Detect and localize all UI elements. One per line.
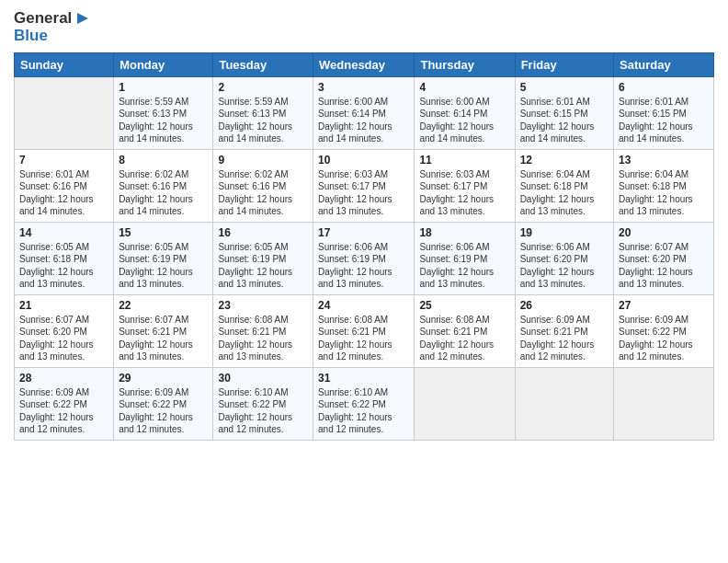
calendar-cell: 11Sunrise: 6:03 AMSunset: 6:17 PMDayligh… <box>415 149 515 222</box>
day-info: Sunrise: 6:01 AMSunset: 6:16 PMDaylight:… <box>19 168 108 218</box>
day-number: 14 <box>19 226 108 239</box>
day-number: 16 <box>218 226 308 239</box>
weekday-header-wednesday: Wednesday <box>313 52 415 76</box>
day-number: 6 <box>619 81 709 94</box>
day-info: Sunrise: 5:59 AMSunset: 6:13 PMDaylight:… <box>119 96 208 145</box>
day-number: 22 <box>119 299 208 312</box>
calendar-cell: 9Sunrise: 6:02 AMSunset: 6:16 PMDaylight… <box>213 149 313 222</box>
day-number: 21 <box>19 299 108 312</box>
day-number: 29 <box>119 372 208 385</box>
calendar-cell: 2Sunrise: 5:59 AMSunset: 6:13 PMDaylight… <box>213 76 313 149</box>
page: General Blue SundayMondayTuesdayWednesda… <box>0 0 728 563</box>
calendar-cell: 23Sunrise: 6:08 AMSunset: 6:21 PMDayligh… <box>213 294 313 367</box>
weekday-header-saturday: Saturday <box>614 52 714 76</box>
weekday-header-monday: Monday <box>114 52 213 76</box>
day-number: 28 <box>19 372 108 385</box>
calendar-cell: 1Sunrise: 5:59 AMSunset: 6:13 PMDaylight… <box>114 76 213 149</box>
calendar-cell: 25Sunrise: 6:08 AMSunset: 6:21 PMDayligh… <box>415 294 515 367</box>
day-info: Sunrise: 6:02 AMSunset: 6:16 PMDaylight:… <box>119 168 208 218</box>
day-number: 23 <box>218 299 308 312</box>
calendar-cell: 4Sunrise: 6:00 AMSunset: 6:14 PMDaylight… <box>415 76 515 149</box>
calendar-cell: 28Sunrise: 6:09 AMSunset: 6:22 PMDayligh… <box>15 367 114 440</box>
calendar-cell: 29Sunrise: 6:09 AMSunset: 6:22 PMDayligh… <box>114 367 213 440</box>
day-info: Sunrise: 6:06 AMSunset: 6:19 PMDaylight:… <box>419 241 509 291</box>
logo-blue-text: Blue <box>14 28 48 45</box>
day-number: 5 <box>520 81 609 94</box>
day-info: Sunrise: 6:01 AMSunset: 6:15 PMDaylight:… <box>520 96 609 145</box>
logo-arrow-icon <box>74 9 92 28</box>
calendar-cell: 5Sunrise: 6:01 AMSunset: 6:15 PMDaylight… <box>515 76 613 149</box>
day-info: Sunrise: 6:10 AMSunset: 6:22 PMDaylight:… <box>318 386 409 436</box>
day-info: Sunrise: 6:10 AMSunset: 6:22 PMDaylight:… <box>218 386 308 436</box>
day-info: Sunrise: 6:06 AMSunset: 6:20 PMDaylight:… <box>520 241 609 291</box>
day-number: 20 <box>619 226 709 239</box>
calendar-week-row: 14Sunrise: 6:05 AMSunset: 6:18 PMDayligh… <box>15 222 714 294</box>
day-number: 7 <box>19 154 108 167</box>
weekday-header-sunday: Sunday <box>15 52 114 76</box>
day-number: 24 <box>318 299 409 312</box>
weekday-header-row: SundayMondayTuesdayWednesdayThursdayFrid… <box>15 52 714 76</box>
logo: General Blue <box>14 9 92 45</box>
calendar-cell: 13Sunrise: 6:04 AMSunset: 6:18 PMDayligh… <box>614 149 714 222</box>
calendar-cell: 20Sunrise: 6:07 AMSunset: 6:20 PMDayligh… <box>614 222 714 294</box>
day-number: 18 <box>419 226 509 239</box>
day-number: 8 <box>119 154 208 167</box>
day-info: Sunrise: 6:09 AMSunset: 6:22 PMDaylight:… <box>19 386 108 436</box>
day-info: Sunrise: 6:00 AMSunset: 6:14 PMDaylight:… <box>419 96 509 145</box>
day-number: 30 <box>218 372 308 385</box>
calendar-cell: 24Sunrise: 6:08 AMSunset: 6:21 PMDayligh… <box>313 294 415 367</box>
day-number: 2 <box>218 81 308 94</box>
calendar-week-row: 1Sunrise: 5:59 AMSunset: 6:13 PMDaylight… <box>15 76 714 149</box>
calendar-cell: 27Sunrise: 6:09 AMSunset: 6:22 PMDayligh… <box>614 294 714 367</box>
day-number: 9 <box>218 154 308 167</box>
weekday-header-thursday: Thursday <box>415 52 515 76</box>
calendar-cell: 31Sunrise: 6:10 AMSunset: 6:22 PMDayligh… <box>313 367 415 440</box>
calendar-cell: 17Sunrise: 6:06 AMSunset: 6:19 PMDayligh… <box>313 222 415 294</box>
day-info: Sunrise: 6:01 AMSunset: 6:15 PMDaylight:… <box>619 96 709 145</box>
day-number: 15 <box>119 226 208 239</box>
weekday-header-tuesday: Tuesday <box>213 52 313 76</box>
day-info: Sunrise: 6:05 AMSunset: 6:18 PMDaylight:… <box>19 241 108 291</box>
calendar-cell: 19Sunrise: 6:06 AMSunset: 6:20 PMDayligh… <box>515 222 613 294</box>
day-info: Sunrise: 6:06 AMSunset: 6:19 PMDaylight:… <box>318 241 409 291</box>
day-info: Sunrise: 6:04 AMSunset: 6:18 PMDaylight:… <box>619 168 709 218</box>
calendar-cell: 22Sunrise: 6:07 AMSunset: 6:21 PMDayligh… <box>114 294 213 367</box>
day-number: 31 <box>318 372 409 385</box>
calendar-cell: 14Sunrise: 6:05 AMSunset: 6:18 PMDayligh… <box>15 222 114 294</box>
calendar-cell: 30Sunrise: 6:10 AMSunset: 6:22 PMDayligh… <box>213 367 313 440</box>
day-number: 27 <box>619 299 709 312</box>
day-number: 12 <box>520 154 609 167</box>
calendar-cell: 18Sunrise: 6:06 AMSunset: 6:19 PMDayligh… <box>415 222 515 294</box>
day-number: 26 <box>520 299 609 312</box>
day-info: Sunrise: 6:02 AMSunset: 6:16 PMDaylight:… <box>218 168 308 218</box>
day-info: Sunrise: 6:09 AMSunset: 6:22 PMDaylight:… <box>119 386 208 436</box>
day-info: Sunrise: 6:09 AMSunset: 6:22 PMDaylight:… <box>619 314 709 363</box>
calendar-cell: 12Sunrise: 6:04 AMSunset: 6:18 PMDayligh… <box>515 149 613 222</box>
calendar-cell: 10Sunrise: 6:03 AMSunset: 6:17 PMDayligh… <box>313 149 415 222</box>
day-info: Sunrise: 6:00 AMSunset: 6:14 PMDaylight:… <box>318 96 409 145</box>
day-info: Sunrise: 6:08 AMSunset: 6:21 PMDaylight:… <box>318 314 409 363</box>
day-info: Sunrise: 6:07 AMSunset: 6:21 PMDaylight:… <box>119 314 208 363</box>
day-info: Sunrise: 5:59 AMSunset: 6:13 PMDaylight:… <box>218 96 308 145</box>
calendar-cell: 26Sunrise: 6:09 AMSunset: 6:21 PMDayligh… <box>515 294 613 367</box>
calendar-cell <box>515 367 613 440</box>
calendar-week-row: 7Sunrise: 6:01 AMSunset: 6:16 PMDaylight… <box>15 149 714 222</box>
day-info: Sunrise: 6:09 AMSunset: 6:21 PMDaylight:… <box>520 314 609 363</box>
day-info: Sunrise: 6:07 AMSunset: 6:20 PMDaylight:… <box>619 241 709 291</box>
day-number: 3 <box>318 81 409 94</box>
calendar-cell: 6Sunrise: 6:01 AMSunset: 6:15 PMDaylight… <box>614 76 714 149</box>
day-number: 17 <box>318 226 409 239</box>
calendar-cell: 21Sunrise: 6:07 AMSunset: 6:20 PMDayligh… <box>15 294 114 367</box>
day-number: 25 <box>419 299 509 312</box>
day-number: 19 <box>520 226 609 239</box>
calendar-cell: 8Sunrise: 6:02 AMSunset: 6:16 PMDaylight… <box>114 149 213 222</box>
calendar-table: SundayMondayTuesdayWednesdayThursdayFrid… <box>14 52 714 441</box>
day-number: 13 <box>619 154 709 167</box>
day-info: Sunrise: 6:05 AMSunset: 6:19 PMDaylight:… <box>218 241 308 291</box>
day-info: Sunrise: 6:03 AMSunset: 6:17 PMDaylight:… <box>419 168 509 218</box>
calendar-cell: 7Sunrise: 6:01 AMSunset: 6:16 PMDaylight… <box>15 149 114 222</box>
calendar-week-row: 28Sunrise: 6:09 AMSunset: 6:22 PMDayligh… <box>15 367 714 440</box>
day-info: Sunrise: 6:07 AMSunset: 6:20 PMDaylight:… <box>19 314 108 363</box>
calendar-cell <box>614 367 714 440</box>
logo-general-text: General <box>14 10 72 28</box>
